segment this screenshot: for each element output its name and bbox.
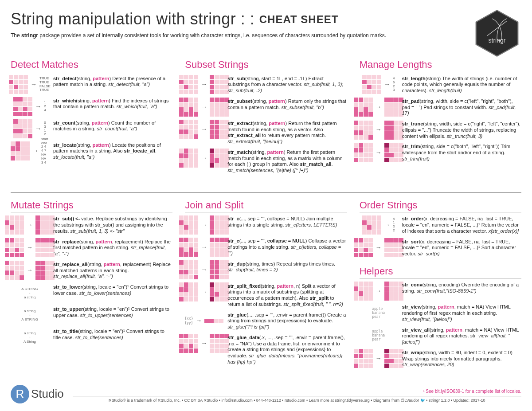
thumb-icon: a string↓A String xyxy=(11,329,49,346)
thumb-icon: →4623 xyxy=(360,76,398,94)
entry: →str_subset(string, pattern) Return only… xyxy=(185,98,347,116)
locale-footnote: ¹ See bit.ly/ISO639-1 for a complete lis… xyxy=(73,389,521,395)
rstudio-logo: R Studio xyxy=(11,385,64,403)
section-title: Order Strings xyxy=(360,199,521,213)
section-mutate: Mutate Strings →str_sub() <- value. Repl… xyxy=(11,199,172,370)
footer-line: RStudio® is a trademark of RStudio, Inc.… xyxy=(73,396,521,403)
entry: →str_pad(string, width, side = c("left",… xyxy=(360,98,521,117)
entry-text: str_length(string) The width of strings … xyxy=(402,76,521,94)
entry: →str_replace(string, pattern, replacemen… xyxy=(11,239,172,257)
header: String manipulation with stringr : : CHE… xyxy=(11,9,521,53)
thumb-icon: →start end2 44 7NA NA3 4 xyxy=(11,142,49,160)
thumb-icon: A STRING↓a string xyxy=(11,284,49,302)
entry-text: str_c(..., sep = "", collapse = NULL) Co… xyxy=(227,238,347,256)
entry-text: str_trunc(string, width, side = c("right… xyxy=(402,121,521,139)
entry: →124str_which(string, pattern) Find the … xyxy=(11,98,172,116)
page-title: String manipulation with stringr : : CHE… xyxy=(11,9,464,29)
entry: →str_c(..., sep = "", collapse = NULL) C… xyxy=(185,238,347,256)
hex-label: stringr xyxy=(489,37,506,45)
entry: →str_glue_data(.x, ..., .sep = "", .envi… xyxy=(185,335,347,365)
thumb-icon: → xyxy=(185,216,223,234)
entry-text: str_c(..., sep = "", collapse = NULL) Jo… xyxy=(227,216,347,234)
section-title: Join and Split xyxy=(185,199,347,213)
entry-text: str_order(x, decreasing = FALSE, na_last… xyxy=(402,216,521,234)
col3-bottom: Order Strings →4132str_order(x, decreasi… xyxy=(360,199,521,378)
entry-text: str_sub(string, start = 1L, end = -1L) E… xyxy=(227,76,347,94)
entry: →str_wrap(string, width = 80, indent = 0… xyxy=(360,350,521,368)
entry-text: str_wrap(string, width = 80, indent = 0,… xyxy=(402,350,521,368)
entry-text: str_match(string, pattern) Return the fi… xyxy=(227,149,347,174)
entry-text: str_which(string, pattern) Find the inde… xyxy=(53,98,172,116)
entry: →0312str_count(string, pattern) Count th… xyxy=(11,120,172,138)
entry-text: str_view(string, pattern, match = NA) Vi… xyxy=(402,304,521,322)
entry: →str_replace_all(string, pattern, replac… xyxy=(11,262,172,280)
entry-text: str_extract(string, pattern) Return the … xyxy=(227,121,347,145)
entry-text: str_dup(string, times) Repeat strings ti… xyxy=(227,261,347,279)
entry: a string↓A STRINGstr_to_upper(string, lo… xyxy=(11,306,172,324)
entry: →str_dup(string, times) Repeat strings t… xyxy=(185,261,347,279)
entry-text: str_replace(string, pattern, replacement… xyxy=(53,239,172,257)
thumb-icon: → xyxy=(360,98,398,116)
bottom-columns: Mutate Strings →str_sub() <- value. Repl… xyxy=(11,199,521,378)
entry-text: str_locate(string, pattern) Locate the p… xyxy=(53,142,172,160)
entry-text: str_to_upper(string, locale = "en")¹ Con… xyxy=(53,306,172,324)
thumb-icon: → xyxy=(360,282,398,300)
thumb-icon: → xyxy=(360,350,398,368)
intro: The stringr package provides a set of in… xyxy=(11,32,464,39)
thumb-icon: → xyxy=(11,262,49,279)
entry: →str_sub(string, start = 1L, end = -1L) … xyxy=(185,76,347,94)
thumb-icon: a string↓A STRING xyxy=(11,306,49,324)
thumb-icon: apple banana pear xyxy=(360,304,398,322)
entry: A STRING↓a stringstr_to_lower(string, lo… xyxy=(11,284,172,302)
section-subset: Subset Strings →str_sub(string, start = … xyxy=(185,59,347,178)
entry-text: str_count(string, pattern) Count the num… xyxy=(53,120,172,138)
entry-text: str_sort(x, decreasing = FALSE, na_last … xyxy=(402,239,521,257)
thumb-icon: →124 xyxy=(11,98,49,116)
section-title: Detect Matches xyxy=(11,59,172,72)
thumb-icon: → xyxy=(185,149,223,167)
section-join: Join and Split →str_c(..., sep = "", col… xyxy=(185,199,347,370)
thumb-icon: → xyxy=(185,283,223,301)
footer: R Studio ¹ See bit.ly/ISO639-1 for a com… xyxy=(11,385,521,403)
divider xyxy=(11,192,521,193)
thumb-icon: → xyxy=(360,144,398,161)
thumb-icon: →TRUETRUEFALSETRUE xyxy=(11,76,49,94)
entry: →str_conv(string, encoding) Override the… xyxy=(360,282,521,300)
entry: →str_sort(x, decreasing = FALSE, na_last… xyxy=(360,239,521,257)
entry-text: str_pad(string, width, side = c("left", … xyxy=(402,98,521,117)
thumb-icon: {xx} {yy}→ xyxy=(185,312,223,330)
section-title: Manage Lengths xyxy=(360,59,521,72)
entry: →4132str_order(x, decreasing = FALSE, na… xyxy=(360,216,521,234)
entry: →str_sub() <- value. Replace substrings … xyxy=(11,216,172,234)
thumb-icon: → xyxy=(11,216,49,234)
thumb-icon: apple banana pear xyxy=(360,327,398,345)
section-title: Subset Strings xyxy=(185,59,347,72)
entry: →str_trim(string, side = c("both", "left… xyxy=(360,144,521,162)
entry: apple banana pearstr_view_all(string, pa… xyxy=(360,327,521,345)
thumb-icon: → xyxy=(185,335,223,352)
header-text: String manipulation with stringr : : CHE… xyxy=(11,9,464,39)
entry: {xx} {yy}→str_glue(..., .sep = "", .envi… xyxy=(185,312,347,330)
studio-text: Studio xyxy=(31,387,64,401)
entry: →start end2 44 7NA NA3 4str_locate(strin… xyxy=(11,142,172,160)
entry: →str_split_fixed(string, pattern, n) Spl… xyxy=(185,283,347,308)
entry: →str_c(..., sep = "", collapse = NULL) J… xyxy=(185,216,347,234)
thumb-icon: → xyxy=(185,121,223,138)
hex-icon xyxy=(473,9,521,58)
entry-text: str_view_all(string, pattern, match = NA… xyxy=(402,327,521,345)
r-icon: R xyxy=(11,385,29,403)
section-title: Helpers xyxy=(360,265,521,279)
entry: →str_match(string, pattern) Return the f… xyxy=(185,149,347,174)
thumb-icon: → xyxy=(185,76,223,94)
thumb-icon: → xyxy=(185,261,223,279)
section-title: Mutate Strings xyxy=(11,199,172,213)
thumb-icon: → xyxy=(360,239,398,257)
entry: →str_extract(string, pattern) Return the… xyxy=(185,121,347,145)
thumb-icon: → xyxy=(11,239,49,257)
entry: apple banana pearstr_view(string, patter… xyxy=(360,304,521,322)
thumb-icon: → xyxy=(360,121,398,139)
entry-text: str_replace_all(string, pattern, replace… xyxy=(53,262,172,280)
svg-marker-0 xyxy=(476,10,518,56)
hex-logo: stringr xyxy=(473,9,521,53)
section-order: Order Strings →4132str_order(x, decreasi… xyxy=(360,199,521,257)
